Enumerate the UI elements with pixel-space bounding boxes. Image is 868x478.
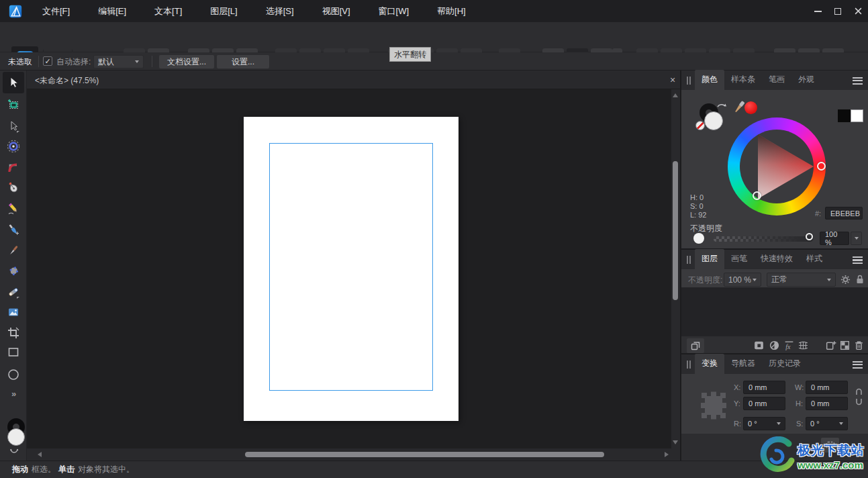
panel-menu-icon[interactable] [853, 77, 863, 85]
saturation-lightness-selector[interactable] [753, 191, 761, 200]
new-layer-button[interactable] [825, 340, 836, 351]
opacity-slider[interactable] [714, 236, 813, 242]
anchor-selector[interactable] [700, 391, 727, 420]
menu-item-edit[interactable]: 编辑[E] [84, 0, 140, 22]
bw-swatch[interactable] [838, 109, 863, 122]
node-tool[interactable] [6, 119, 21, 134]
x-input[interactable]: 0 mm [743, 381, 785, 394]
tab-history[interactable]: 历史记录 [762, 354, 808, 374]
panel-grip-icon[interactable] [687, 256, 688, 264]
white-swatch[interactable] [851, 109, 863, 122]
panel-grip-icon[interactable] [687, 361, 688, 369]
ellipse-tool[interactable] [6, 367, 21, 382]
scroll-up-arrow[interactable] [673, 93, 678, 97]
transparency-tool[interactable] [6, 285, 21, 299]
menu-item-file[interactable]: 文件[F] [28, 0, 84, 22]
picked-color-swatch[interactable] [744, 101, 757, 114]
opacity-value-input[interactable]: 100 % [820, 232, 849, 245]
document-close-button[interactable]: × [666, 73, 679, 87]
black-swatch[interactable] [838, 109, 851, 122]
swap-colors-icon[interactable] [716, 100, 727, 109]
lock-icon[interactable] [855, 274, 865, 285]
corner-tool[interactable] [6, 160, 21, 175]
tab-brushes[interactable]: 画笔 [724, 249, 754, 269]
tab-stroke[interactable]: 笔画 [762, 70, 791, 90]
minimize-button[interactable] [808, 0, 828, 22]
swap-colors-icon[interactable] [9, 448, 19, 455]
tab-layers[interactable]: 图层 [695, 249, 724, 269]
tab-swatches[interactable]: 样本条 [724, 70, 762, 90]
transform-origin-dropdown[interactable] [840, 438, 851, 452]
place-image-tool[interactable] [6, 305, 21, 320]
horizontal-scrollbar[interactable] [27, 448, 680, 461]
h-input[interactable]: 0 mm [806, 397, 848, 410]
shear-dropdown[interactable]: 0 ° [806, 417, 848, 430]
panel-menu-icon[interactable] [853, 361, 863, 369]
marquee-tool[interactable] [6, 97, 21, 112]
pencil-tool[interactable] [6, 201, 21, 216]
vector-brush-tool[interactable] [6, 222, 21, 237]
mask-layer-button[interactable] [753, 340, 765, 351]
hue-selector[interactable] [817, 162, 826, 171]
w-input[interactable]: 0 mm [806, 381, 848, 394]
auto-select-dropdown[interactable]: 默认 [93, 55, 144, 68]
tab-color[interactable]: 颜色 [695, 70, 724, 90]
crop-tool[interactable] [6, 326, 21, 340]
maximize-button[interactable] [828, 0, 848, 22]
move-tool[interactable] [6, 75, 21, 90]
layer-opacity-dropdown[interactable]: 100 % [724, 273, 761, 287]
scroll-down-arrow[interactable] [673, 440, 678, 444]
tab-quick-fx[interactable]: 快速特效 [754, 249, 800, 269]
layers-list[interactable] [681, 287, 868, 336]
no-color-icon[interactable] [695, 121, 705, 130]
rectangle-tool[interactable] [6, 344, 21, 359]
canvas-viewport[interactable] [27, 89, 671, 448]
menu-item-select[interactable]: 选择[S] [252, 0, 308, 22]
menu-item-text[interactable]: 文本[T] [140, 0, 196, 22]
horizontal-scroll-thumb[interactable] [245, 452, 604, 457]
rotation-dropdown[interactable]: 0 ° [743, 417, 785, 430]
duplicate-button[interactable] [687, 338, 704, 353]
fill-color-selector[interactable] [704, 111, 723, 130]
fill-mesh-tool[interactable] [6, 264, 21, 279]
panel-menu-icon[interactable] [853, 256, 863, 264]
menu-item-window[interactable]: 窗口[W] [365, 0, 424, 22]
live-filter-button[interactable] [798, 340, 809, 351]
y-input[interactable]: 0 mm [743, 397, 785, 410]
settings-button[interactable]: 设置... [217, 55, 269, 68]
document-tab[interactable]: <未命名> (47.5%) [35, 75, 99, 87]
blend-options-gear-icon[interactable] [840, 275, 851, 285]
vertical-scroll-thumb[interactable] [673, 161, 678, 300]
adjustment-button[interactable] [769, 340, 780, 351]
blend-mode-dropdown[interactable]: 正常 [767, 273, 836, 287]
link-dimensions-icon[interactable] [854, 386, 864, 408]
transform-origin-button[interactable] [821, 438, 839, 452]
menu-item-view[interactable]: 视图[V] [308, 0, 365, 22]
delete-layer-button[interactable] [853, 340, 865, 351]
opacity-slider-handle[interactable] [806, 233, 813, 240]
vertical-scrollbar[interactable] [671, 89, 680, 448]
opacity-dropdown-button[interactable] [851, 232, 862, 245]
auto-select-checkbox[interactable]: ✓ [43, 56, 52, 66]
fx-button[interactable]: fx [783, 340, 795, 351]
pen-tool[interactable] [6, 181, 21, 195]
knife-tool[interactable] [6, 243, 21, 258]
point-transform-tool[interactable] [6, 139, 21, 154]
new-pixel-layer-button[interactable] [839, 340, 851, 351]
menu-item-help[interactable]: 帮助[H] [423, 0, 480, 22]
menu-item-layer[interactable]: 图层[L] [196, 0, 251, 22]
opacity-full-swatch[interactable] [693, 233, 704, 244]
tab-transform[interactable]: 变换 [695, 354, 724, 374]
scroll-right-arrow[interactable] [665, 452, 669, 457]
close-button[interactable] [848, 0, 868, 22]
panel-grip-icon[interactable] [687, 77, 688, 85]
tab-styles[interactable]: 样式 [800, 249, 829, 269]
tools-overflow-button[interactable]: » [11, 389, 16, 399]
tab-appearance[interactable]: 外观 [791, 70, 821, 90]
color-wheel[interactable] [728, 117, 826, 216]
hex-input[interactable]: EBEBEB [825, 207, 863, 220]
tab-navigator[interactable]: 导航器 [724, 354, 762, 374]
document-setup-button[interactable]: 文档设置... [159, 55, 214, 68]
fill-color-well[interactable] [7, 428, 25, 446]
scroll-left-arrow[interactable] [38, 452, 42, 457]
